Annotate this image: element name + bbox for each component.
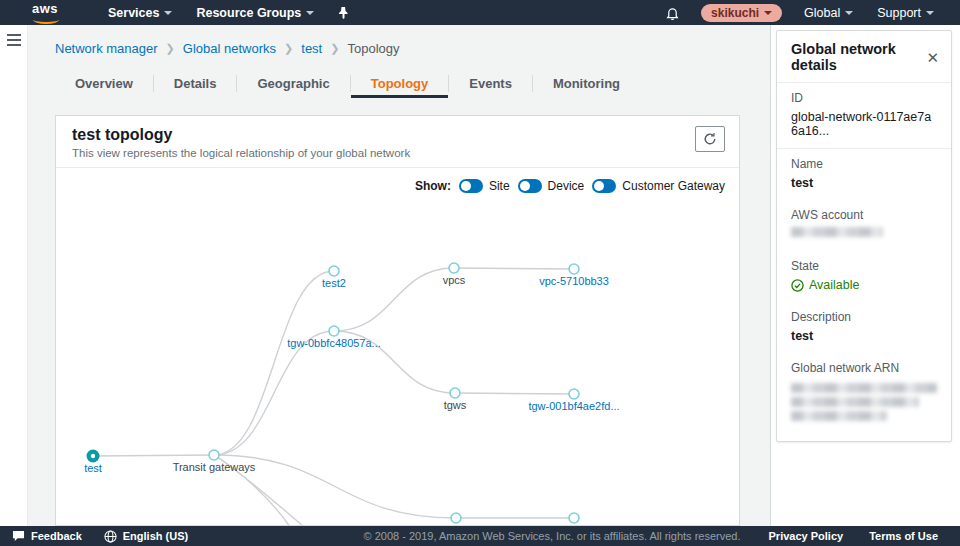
services-menu[interactable]: Services	[96, 0, 184, 25]
field-id-value: global-network-0117ae7a6a16...	[791, 110, 937, 138]
graph-node-label-tgw-0bbfc[interactable]: tgw-0bbfc48057a...	[287, 337, 381, 349]
user-menu[interactable]: skikuchi	[701, 4, 782, 22]
graph-edge	[454, 268, 574, 269]
tab-details[interactable]: Details	[154, 72, 237, 98]
graph-node-center	[91, 454, 95, 458]
feedback-button[interactable]: Feedback	[12, 530, 82, 542]
breadcrumb-separator: ❯	[330, 42, 339, 55]
chevron-down-icon	[164, 11, 172, 15]
graph-edge	[334, 268, 454, 331]
graph-edge	[214, 271, 334, 455]
field-state: State Available	[777, 251, 951, 302]
language-label: English (US)	[123, 530, 188, 542]
graph-node-test2[interactable]	[329, 266, 339, 276]
aws-logo[interactable]: aws	[32, 3, 70, 23]
graph-edge	[93, 455, 214, 456]
left-rail	[0, 25, 28, 526]
breadcrumb-separator: ❯	[284, 42, 293, 55]
graph-node-label-vpc-5710bb33[interactable]: vpc-5710bb33	[539, 275, 609, 287]
graph-node-label-test2[interactable]: test2	[322, 277, 346, 289]
region-label: Global	[804, 6, 840, 20]
breadcrumb-separator: ❯	[166, 42, 175, 55]
topology-panel: test topology This view represents the l…	[55, 115, 740, 526]
privacy-policy-link[interactable]: Privacy Policy	[769, 530, 844, 542]
breadcrumb-global-networks[interactable]: Global networks	[183, 41, 276, 56]
pin-icon[interactable]	[326, 0, 361, 25]
graph-node-label-transit-gateways: Transit gateways	[173, 461, 256, 473]
feedback-label: Feedback	[31, 530, 82, 542]
field-id-label: ID	[791, 91, 937, 105]
field-aws-account-label: AWS account	[791, 208, 937, 222]
terms-of-use-link[interactable]: Terms of Use	[869, 530, 938, 542]
chevron-down-icon	[845, 11, 853, 15]
resource-groups-menu[interactable]: Resource Groups	[184, 0, 326, 25]
redacted-value	[791, 383, 939, 421]
support-menu[interactable]: Support	[865, 0, 946, 25]
feedback-bubble-icon	[12, 530, 25, 542]
field-id: ID global-network-0117ae7a6a16...	[777, 83, 951, 149]
status-available-icon	[791, 279, 804, 292]
details-split-panel: Global network details ✕ ID global-netwo…	[770, 25, 960, 526]
notifications-bell-icon[interactable]	[654, 0, 691, 25]
redacted-value	[791, 227, 883, 237]
top-navigation-bar: aws Services Resource Groups skikuchi Gl…	[0, 0, 960, 25]
globe-icon	[104, 530, 117, 543]
breadcrumb-test[interactable]: test	[301, 41, 322, 56]
chevron-down-icon	[764, 11, 772, 15]
user-name: skikuchi	[711, 6, 759, 20]
field-name: Name test	[777, 149, 951, 200]
breadcrumb-current: Topology	[347, 41, 399, 56]
close-icon[interactable]: ✕	[926, 50, 939, 65]
topology-graph: testTransit gatewaystest2tgw-0bbfc48057a…	[56, 116, 741, 527]
field-name-value: test	[791, 176, 937, 190]
hamburger-menu-icon[interactable]	[7, 34, 27, 46]
graph-node-vpc-57855135[interactable]	[569, 513, 579, 523]
region-menu[interactable]: Global	[792, 0, 865, 25]
breadcrumb-network-manager[interactable]: Network manager	[55, 41, 158, 56]
field-name-label: Name	[791, 157, 937, 171]
chevron-down-icon	[306, 11, 314, 15]
graph-node-vpcs-bottom[interactable]	[451, 513, 461, 523]
resource-groups-label: Resource Groups	[196, 6, 301, 20]
details-title: Global network details	[791, 41, 926, 73]
graph-node-label-tgws: tgws	[444, 399, 467, 411]
graph-node-vpcs-top[interactable]	[449, 263, 459, 273]
tab-monitoring[interactable]: Monitoring	[533, 72, 640, 98]
aws-logo-smile	[33, 15, 59, 24]
graph-node-label-tgw-001bf4[interactable]: tgw-001bf4ae2fd...	[528, 400, 619, 412]
graph-node-label-test[interactable]: test	[84, 462, 102, 474]
tab-geographic[interactable]: Geographic	[237, 72, 349, 98]
global-network-details-card: Global network details ✕ ID global-netwo…	[776, 30, 952, 442]
breadcrumb: Network manager ❯ Global networks ❯ test…	[55, 41, 400, 56]
field-arn: Global network ARN	[777, 353, 951, 441]
aws-logo-text: aws	[32, 3, 70, 15]
graph-node-tgw-001bf4[interactable]	[569, 389, 579, 399]
graph-node-transit-gateways[interactable]	[209, 450, 219, 460]
support-label: Support	[877, 6, 921, 20]
graph-edge	[214, 331, 334, 455]
field-state-label: State	[791, 259, 937, 273]
footer-bar: Feedback English (US) © 2008 - 2019, Ama…	[0, 526, 960, 546]
copyright-text: © 2008 - 2019, Amazon Web Services, Inc.…	[364, 530, 741, 542]
field-description-label: Description	[791, 310, 937, 324]
field-aws-account: AWS account	[777, 200, 951, 251]
field-state-value: Available	[809, 278, 860, 292]
graph-node-tgw-0bbfc[interactable]	[329, 326, 339, 336]
tab-topology[interactable]: Topology	[351, 72, 449, 98]
graph-node-vpc-5710bb33[interactable]	[569, 264, 579, 274]
graph-node-label-vpcs-top: vpcs	[443, 274, 466, 286]
language-selector[interactable]: English (US)	[104, 530, 188, 543]
field-description-value: test	[791, 329, 937, 343]
field-arn-label: Global network ARN	[791, 361, 937, 375]
tab-overview[interactable]: Overview	[55, 72, 153, 98]
graph-edge	[455, 393, 574, 394]
graph-node-tgws[interactable]	[450, 388, 460, 398]
topology-graph-area: testTransit gatewaystest2tgw-0bbfc48057a…	[56, 116, 741, 527]
field-description: Description test	[777, 302, 951, 353]
chevron-down-icon	[926, 11, 934, 15]
tab-bar: Overview Details Geographic Topology Eve…	[55, 72, 640, 98]
services-label: Services	[108, 6, 159, 20]
tab-events[interactable]: Events	[449, 72, 532, 98]
